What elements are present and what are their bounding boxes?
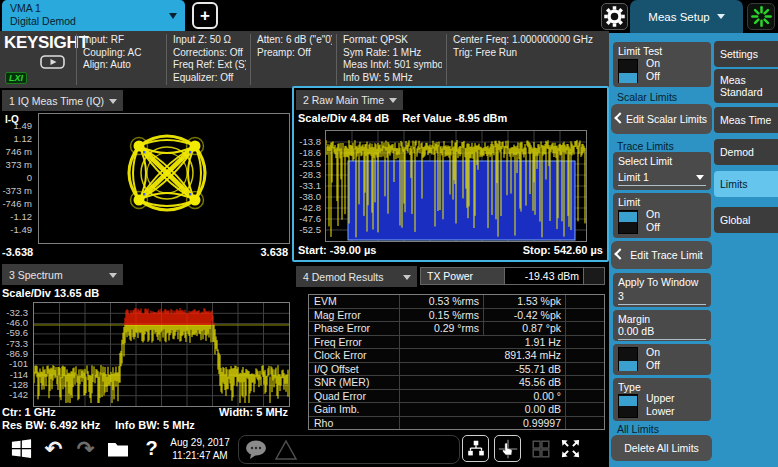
demod-table-row: Phase Error0.29 °rms0.87 °pk: [309, 321, 604, 335]
y-tick-label: -38.0: [296, 191, 321, 202]
demod-value: 0.00 dB: [400, 403, 566, 416]
tx-power-label: TX Power: [420, 267, 505, 285]
settings-header-bar[interactable]: KEYSIGHT LXI Input: RFCoupling: ACAlign:…: [0, 31, 609, 88]
demod-table-row: Mag Error0.15 %rms-0.42 %pk: [309, 308, 604, 322]
window3-title-dropdown[interactable]: 3 Spectrum: [2, 264, 123, 285]
demod-value: -55.71 dB: [400, 363, 566, 376]
demod-rms-value: 0.53 %rms: [400, 295, 484, 308]
demod-metric-label: Rho: [309, 417, 400, 430]
demod-metric-label: EVM: [309, 295, 400, 308]
system-menu-button[interactable]: [8, 435, 35, 462]
window-select-button[interactable]: [494, 435, 521, 462]
y-tick-label: -142: [0, 389, 28, 400]
plus-icon: +: [200, 6, 210, 26]
redo-button[interactable]: ↷: [72, 435, 99, 462]
spectrum-y-ticks: -32.3-46.0-59.6-73.3-86.9-101-114-128-14…: [0, 302, 31, 405]
save-recall-button[interactable]: [104, 435, 131, 462]
add-mode-button[interactable]: +: [192, 2, 218, 29]
window-raw-main-time-active[interactable]: 2 Raw Main Time Scale/Div 4.84 dB Ref Va…: [292, 86, 609, 262]
header-info-line: Input Z: 50 Ω: [173, 34, 246, 47]
y-tick-label: 746 m: [0, 146, 32, 157]
demod-pk-value: 0.87 °pk: [484, 322, 566, 335]
raw-start-label: Start: -39.00 µs: [298, 244, 376, 256]
header-column: Input Z: 50 ΩCorrections: OffFreq Ref: E…: [166, 34, 246, 85]
y-tick-label: -1.12: [0, 211, 32, 222]
spectrum-plot: [33, 302, 290, 407]
header-info-line: Freq Ref: Ext (S): [173, 59, 246, 72]
y-tick-label: -28.3: [296, 169, 321, 180]
spectrum-width-label: Width: 5 MHz: [219, 406, 288, 418]
demod-pk-value: -0.42 %pk: [484, 309, 566, 322]
fullscreen-button[interactable]: [557, 435, 584, 462]
help-button[interactable]: ?: [138, 435, 165, 462]
mode-tab-line1: VMA 1: [10, 2, 177, 15]
raw-y-ticks: -13.8-18.6-23.5-28.3-33.1-38.0-42.8-47.6…: [296, 130, 324, 240]
window4-title-dropdown[interactable]: 4 Demod Results: [296, 266, 417, 287]
window-demod-results[interactable]: 4 Demod Results TX Power -19.43 dBm EVM0…: [292, 264, 609, 432]
window2-title-dropdown[interactable]: 2 Raw Main Time: [296, 90, 403, 110]
time-label: 11:21:47 AM: [164, 449, 236, 462]
header-column: Format: QPSKSym Rate: 1 MHzMeas Intvl: 5…: [336, 34, 442, 85]
spectrum-resbw-label: Res BW: 6.492 kHz: [2, 419, 100, 431]
demod-metric-label: Quad Error: [309, 390, 400, 403]
grid-2x2-icon: [530, 438, 552, 460]
window1-title-dropdown[interactable]: 1 IQ Meas Time (IQ): [2, 90, 123, 111]
y-tick-label: -18.6: [296, 147, 321, 158]
demod-value: 45.56 dB: [400, 376, 566, 389]
header-info-line: Format: QPSK: [343, 34, 442, 47]
tab-global[interactable]: Global: [714, 207, 778, 233]
settings-gear-button[interactable]: [601, 3, 628, 30]
annotation-triangle-button: [273, 438, 299, 466]
demod-table-row: SNR (MER)45.56 dB: [309, 375, 604, 389]
header-info-line: Input: RF: [83, 34, 162, 47]
chevron-down-icon: [169, 13, 177, 19]
demod-value: 0.99997: [400, 417, 566, 430]
raw-stop-label: Stop: 542.60 µs: [523, 244, 603, 256]
demod-status-cell: [566, 363, 604, 376]
multi-window-button[interactable]: [527, 435, 554, 462]
spinner-icon: [749, 4, 774, 29]
y-tick-label: -746 m: [0, 198, 32, 209]
y-tick-label: -23.5: [296, 158, 321, 169]
hand-select-icon: [497, 438, 519, 460]
tab-demod[interactable]: Demod: [714, 139, 778, 165]
window3-title: 3 Spectrum: [9, 269, 63, 281]
mode-tab[interactable]: VMA 1 Digital Demod: [2, 0, 185, 31]
chevron-down-icon: [109, 99, 117, 104]
expand-arrows-icon: [559, 437, 582, 460]
undo-button[interactable]: ↶: [40, 435, 67, 462]
speech-bubble-icon: [243, 438, 271, 462]
header-info-line: Info BW: 5 MHz: [343, 72, 442, 85]
header-info-line: Preamp: Off: [257, 47, 332, 60]
window-spectrum[interactable]: 3 Spectrum Scale/Div 13.65 dB -32.3-46.0…: [0, 262, 291, 432]
demod-table-row: Quad Error0.00 °: [309, 389, 604, 403]
demod-table-row: Rho0.99997: [309, 416, 604, 430]
demod-status-cell: [566, 403, 604, 416]
y-tick-label: -1.49: [0, 224, 32, 235]
chevron-down-icon: [109, 273, 117, 278]
tab-limits[interactable]: Limits: [714, 171, 778, 197]
spectrum-scale-label: Scale/Div 13.65 dB: [2, 287, 99, 299]
annotation-bubble-button[interactable]: [243, 438, 271, 466]
tab-meas-standard[interactable]: Meas Standard: [714, 69, 778, 103]
window-layout-button[interactable]: [462, 435, 489, 462]
window-iq-meas-time[interactable]: 1 IQ Meas Time (IQ) I-Q 1.491.12746 m373…: [0, 88, 291, 262]
redo-icon: ↷: [77, 438, 95, 459]
chevron-down-icon: [389, 98, 397, 103]
tx-power-status-cell: [584, 267, 605, 285]
iq-x-min: -3.638: [2, 246, 33, 258]
help-icon: ?: [145, 437, 157, 460]
demod-table-row: I/Q Offset-55.71 dB: [309, 362, 604, 376]
raw-plot: [325, 130, 587, 242]
header-info-line: Sym Rate: 1 MHz: [343, 47, 442, 60]
top-bar: VMA 1 Digital Demod + Meas Setup: [0, 0, 778, 31]
meas-setup-label: Meas Setup: [648, 11, 709, 23]
tab-settings[interactable]: Settings: [714, 41, 778, 67]
tab-meas-time[interactable]: Meas Time: [714, 107, 778, 133]
constellation-trace: [39, 114, 289, 243]
meas-setup-menu-button[interactable]: Meas Setup: [630, 0, 743, 33]
raw-time-trace: [326, 131, 586, 241]
header-column: Input: RFCoupling: ACAlign: Auto: [76, 34, 162, 85]
busy-indicator-button[interactable]: [747, 3, 775, 30]
header-info-line: Trig: Free Run: [453, 47, 606, 60]
